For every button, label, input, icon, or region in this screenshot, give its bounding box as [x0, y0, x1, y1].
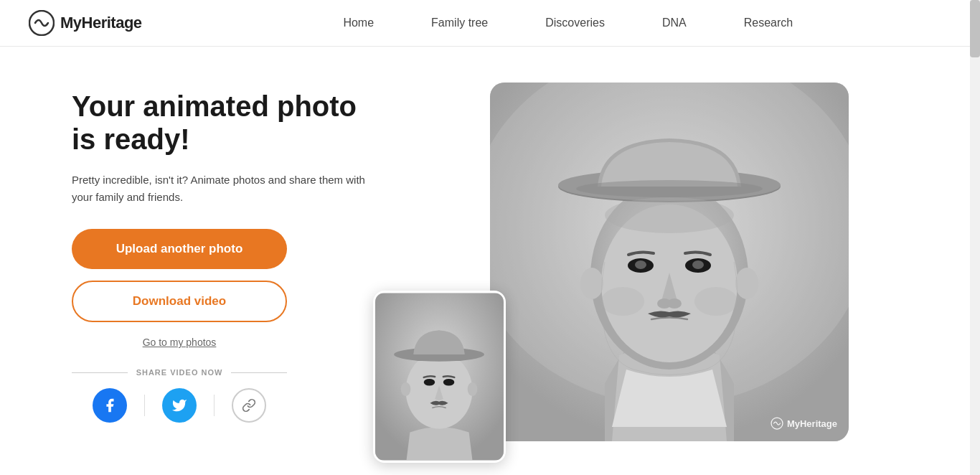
svg-point-24: [443, 379, 454, 386]
share-icons: [93, 388, 266, 423]
nav-links: Home Family tree Discoveries DNA Researc…: [185, 17, 951, 29]
photo-watermark: MyHeritage: [771, 417, 837, 430]
copy-link-button[interactable]: [232, 388, 266, 423]
nav-home[interactable]: Home: [343, 17, 374, 29]
share-line-left: [72, 372, 128, 373]
goto-my-photos-link[interactable]: Go to my photos: [72, 337, 287, 348]
twitter-icon: [171, 398, 187, 413]
svg-point-8: [605, 197, 734, 233]
main-content: Your animated photo is ready! Pretty inc…: [0, 47, 980, 470]
page-headline: Your animated photo is ready!: [72, 90, 373, 156]
link-icon: [242, 398, 256, 413]
share-section: SHARE VIDEO NOW: [72, 368, 287, 423]
nav-family-tree[interactable]: Family tree: [431, 17, 488, 29]
twitter-share-button[interactable]: [162, 388, 197, 423]
svg-point-16: [735, 268, 758, 299]
svg-point-25: [401, 382, 411, 396]
small-photo-svg: [375, 293, 504, 461]
right-panel: MyHeritage: [416, 83, 923, 441]
share-line-right: [231, 372, 287, 373]
facebook-share-button[interactable]: [93, 388, 127, 423]
svg-point-12: [692, 260, 704, 269]
watermark-logo-icon: [771, 417, 783, 430]
share-label: SHARE VIDEO NOW: [136, 368, 223, 377]
watermark-text: MyHeritage: [787, 418, 837, 429]
svg-point-18: [694, 287, 738, 316]
logo-text: MyHeritage: [60, 14, 142, 32]
navbar: MyHeritage Home Family tree Discoveries …: [0, 0, 980, 47]
svg-point-14: [667, 298, 682, 309]
svg-point-6: [576, 180, 763, 197]
logo[interactable]: MyHeritage: [29, 10, 142, 36]
scrollbar-thumb[interactable]: [970, 0, 980, 57]
facebook-icon: [102, 398, 118, 413]
svg-point-11: [635, 260, 646, 269]
upload-another-photo-button[interactable]: Upload another photo: [72, 229, 287, 269]
nav-dna[interactable]: DNA: [662, 17, 687, 29]
main-photo-svg: [490, 83, 849, 441]
logo-icon: [29, 10, 55, 36]
download-video-button[interactable]: Download video: [72, 281, 287, 322]
share-label-row: SHARE VIDEO NOW: [72, 368, 287, 377]
page-subtitle: Pretty incredible, isn't it? Animate pho…: [72, 171, 373, 206]
scrollbar[interactable]: [970, 0, 980, 475]
svg-point-26: [468, 382, 478, 396]
small-photo: [373, 291, 506, 463]
social-divider-2: [214, 395, 215, 416]
social-divider-1: [144, 395, 145, 416]
main-photo: MyHeritage: [490, 83, 849, 441]
svg-point-15: [580, 268, 603, 299]
left-panel: Your animated photo is ready! Pretty inc…: [72, 83, 373, 423]
svg-point-17: [601, 287, 644, 316]
nav-research[interactable]: Research: [744, 17, 793, 29]
nav-discoveries[interactable]: Discoveries: [545, 17, 605, 29]
svg-point-23: [424, 379, 435, 386]
